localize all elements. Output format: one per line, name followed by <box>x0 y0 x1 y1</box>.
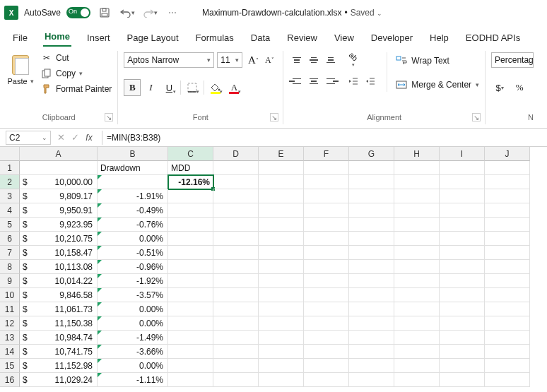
merge-center-button[interactable]: Merge & Center ▾ <box>396 76 479 93</box>
formula-input[interactable]: =MIN(B3:B38) <box>102 131 547 145</box>
cell-F2[interactable] <box>304 175 349 189</box>
font-dialog-launcher-icon[interactable]: ↘ <box>270 113 278 121</box>
cell-D14[interactable] <box>213 345 259 359</box>
cell-J8[interactable] <box>485 260 530 274</box>
name-box[interactable]: C2⌄ <box>6 131 51 145</box>
cell-A12[interactable]: $11,150.38 <box>20 316 98 331</box>
cell-J11[interactable] <box>485 302 530 316</box>
cell-D7[interactable] <box>213 246 259 260</box>
cell-G14[interactable] <box>349 345 394 359</box>
cell-J12[interactable] <box>485 316 530 331</box>
row-header-9[interactable]: 9 <box>0 274 20 288</box>
cell-G13[interactable] <box>349 331 394 345</box>
cell-J4[interactable] <box>485 203 530 218</box>
cell-H9[interactable] <box>394 274 440 288</box>
format-painter-button[interactable]: Format Painter <box>41 83 112 95</box>
cell-A6[interactable]: $10,210.75 <box>20 232 98 246</box>
cell-F9[interactable] <box>304 274 349 288</box>
cell-F4[interactable] <box>304 203 349 218</box>
save-status[interactable]: Saved ⌄ <box>351 8 382 18</box>
cell-F14[interactable] <box>304 345 349 359</box>
align-bottom-button[interactable] <box>323 52 339 68</box>
cell-E2[interactable] <box>259 175 304 189</box>
autosave-toggle[interactable]: On <box>66 7 90 18</box>
cell-H5[interactable] <box>394 218 440 232</box>
cell-J16[interactable] <box>485 373 530 387</box>
cell-J7[interactable] <box>485 246 530 260</box>
cell-G9[interactable] <box>349 274 394 288</box>
cell-G4[interactable] <box>349 203 394 218</box>
cell-J2[interactable] <box>485 175 530 189</box>
cell-B11[interactable]: 0.00% <box>98 302 168 316</box>
cell-F1[interactable] <box>304 161 349 175</box>
insert-function-button[interactable]: fx <box>83 132 95 143</box>
cell-I1[interactable] <box>440 161 485 175</box>
column-header-H[interactable]: H <box>394 147 440 161</box>
row-header-2[interactable]: 2 <box>0 175 20 189</box>
cell-A3[interactable]: $9,809.17 <box>20 189 98 203</box>
cell-B3[interactable]: -1.91% <box>98 189 168 203</box>
orientation-button[interactable]: ab▾ <box>346 52 361 68</box>
cell-F13[interactable] <box>304 331 349 345</box>
column-header-E[interactable]: E <box>259 147 304 161</box>
cell-A15[interactable]: $11,152.98 <box>20 359 98 373</box>
cell-C8[interactable] <box>168 260 213 274</box>
cell-E8[interactable] <box>259 260 304 274</box>
cell-A2[interactable]: $10,000.00 <box>20 175 98 189</box>
cell-H12[interactable] <box>394 316 440 331</box>
font-color-button[interactable]: A▾ <box>225 79 242 96</box>
cell-D15[interactable] <box>213 359 259 373</box>
cell-E10[interactable] <box>259 288 304 302</box>
cell-B5[interactable]: -0.76% <box>98 218 168 232</box>
cell-B9[interactable]: -1.92% <box>98 274 168 288</box>
row-header-7[interactable]: 7 <box>0 246 20 260</box>
cell-F3[interactable] <box>304 189 349 203</box>
cell-D16[interactable] <box>213 373 259 387</box>
cell-J15[interactable] <box>485 359 530 373</box>
cell-J3[interactable] <box>485 189 530 203</box>
increase-indent-button[interactable] <box>363 73 378 89</box>
cell-I16[interactable] <box>440 373 485 387</box>
cell-E1[interactable] <box>259 161 304 175</box>
cell-D4[interactable] <box>213 203 259 218</box>
cell-C12[interactable] <box>168 316 213 331</box>
row-header-10[interactable]: 10 <box>0 288 20 302</box>
tab-insert[interactable]: Insert <box>86 29 112 47</box>
cell-G10[interactable] <box>349 288 394 302</box>
cell-E13[interactable] <box>259 331 304 345</box>
column-header-F[interactable]: F <box>304 147 349 161</box>
column-header-J[interactable]: J <box>485 147 530 161</box>
cell-J13[interactable] <box>485 331 530 345</box>
cell-B6[interactable]: 0.00% <box>98 232 168 246</box>
cell-E9[interactable] <box>259 274 304 288</box>
cell-I13[interactable] <box>440 331 485 345</box>
cell-C11[interactable] <box>168 302 213 316</box>
cell-I5[interactable] <box>440 218 485 232</box>
cell-G16[interactable] <box>349 373 394 387</box>
cell-G5[interactable] <box>349 218 394 232</box>
cell-A5[interactable]: $9,923.95 <box>20 218 98 232</box>
tab-eodhd-apis[interactable]: EODHD APIs <box>464 29 522 47</box>
column-header-A[interactable]: A <box>20 147 98 161</box>
tab-page-layout[interactable]: Page Layout <box>126 29 180 47</box>
cell-D5[interactable] <box>213 218 259 232</box>
cell-F6[interactable] <box>304 232 349 246</box>
cell-D6[interactable] <box>213 232 259 246</box>
cell-C1[interactable]: MDD <box>168 161 213 175</box>
cell-H10[interactable] <box>394 288 440 302</box>
column-header-B[interactable]: B <box>98 147 168 161</box>
cell-G3[interactable] <box>349 189 394 203</box>
cell-E3[interactable] <box>259 189 304 203</box>
cell-D10[interactable] <box>213 288 259 302</box>
row-header-12[interactable]: 12 <box>0 316 20 331</box>
cell-I15[interactable] <box>440 359 485 373</box>
cut-button[interactable]: ✂Cut <box>41 52 112 64</box>
cell-I7[interactable] <box>440 246 485 260</box>
cell-D1[interactable] <box>213 161 259 175</box>
cell-H16[interactable] <box>394 373 440 387</box>
cell-G7[interactable] <box>349 246 394 260</box>
percent-format-button[interactable]: % <box>511 79 528 96</box>
cell-A8[interactable]: $10,113.08 <box>20 260 98 274</box>
cell-F10[interactable] <box>304 288 349 302</box>
cell-H15[interactable] <box>394 359 440 373</box>
